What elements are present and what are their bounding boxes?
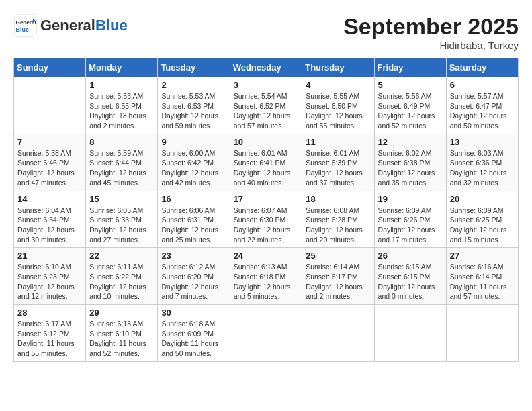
calendar-cell: 4Sunrise: 5:55 AM Sunset: 6:50 PM Daylig… (302, 77, 374, 134)
calendar-cell: 12Sunrise: 6:02 AM Sunset: 6:38 PM Dayli… (374, 134, 446, 191)
calendar-cell (302, 305, 374, 362)
day-number: 5 (378, 80, 443, 90)
logo-icon: General Blue (13, 13, 38, 38)
day-number: 6 (450, 80, 515, 90)
day-number: 16 (161, 194, 226, 204)
day-info: Sunrise: 6:18 AM Sunset: 6:09 PM Dayligh… (161, 319, 226, 359)
calendar-cell: 15Sunrise: 6:05 AM Sunset: 6:33 PM Dayli… (86, 191, 158, 248)
day-info: Sunrise: 6:01 AM Sunset: 6:39 PM Dayligh… (306, 148, 370, 188)
day-number: 1 (89, 80, 154, 90)
calendar-cell: 6Sunrise: 5:57 AM Sunset: 6:47 PM Daylig… (446, 77, 518, 134)
location: Hidirbaba, Turkey (343, 40, 519, 51)
day-info: Sunrise: 6:08 AM Sunset: 6:28 PM Dayligh… (306, 205, 370, 245)
calendar-cell: 3Sunrise: 5:54 AM Sunset: 6:52 PM Daylig… (230, 77, 302, 134)
day-info: Sunrise: 6:07 AM Sunset: 6:30 PM Dayligh… (234, 205, 299, 245)
calendar-cell: 25Sunrise: 6:14 AM Sunset: 6:17 PM Dayli… (302, 248, 374, 305)
calendar-cell: 18Sunrise: 6:08 AM Sunset: 6:28 PM Dayli… (302, 191, 374, 248)
calendar-cell: 30Sunrise: 6:18 AM Sunset: 6:09 PM Dayli… (158, 305, 230, 362)
calendar-cell (230, 305, 302, 362)
calendar-cell (14, 77, 86, 134)
day-info: Sunrise: 6:13 AM Sunset: 6:18 PM Dayligh… (234, 262, 299, 302)
calendar-cell: 19Sunrise: 6:09 AM Sunset: 6:26 PM Dayli… (374, 191, 446, 248)
day-info: Sunrise: 6:04 AM Sunset: 6:34 PM Dayligh… (17, 205, 82, 245)
day-info: Sunrise: 5:59 AM Sunset: 6:44 PM Dayligh… (89, 148, 154, 188)
day-info: Sunrise: 5:54 AM Sunset: 6:52 PM Dayligh… (234, 91, 299, 131)
calendar-header-friday: Friday (374, 58, 446, 77)
logo-blue-text: Blue (95, 17, 128, 34)
day-number: 22 (89, 250, 154, 261)
calendar-cell: 24Sunrise: 6:13 AM Sunset: 6:18 PM Dayli… (230, 248, 302, 305)
day-info: Sunrise: 5:53 AM Sunset: 6:53 PM Dayligh… (161, 91, 226, 131)
calendar-cell: 23Sunrise: 6:12 AM Sunset: 6:20 PM Dayli… (158, 248, 230, 305)
day-number: 23 (161, 250, 226, 261)
calendar-week-row: 7Sunrise: 5:58 AM Sunset: 6:46 PM Daylig… (14, 134, 519, 191)
day-info: Sunrise: 5:53 AM Sunset: 6:55 PM Dayligh… (89, 91, 154, 131)
day-number: 9 (161, 137, 226, 147)
calendar-header-saturday: Saturday (446, 58, 518, 77)
day-number: 26 (378, 250, 443, 261)
calendar-cell: 16Sunrise: 6:06 AM Sunset: 6:31 PM Dayli… (158, 191, 230, 248)
day-number: 12 (378, 137, 443, 147)
day-info: Sunrise: 6:10 AM Sunset: 6:23 PM Dayligh… (17, 262, 82, 302)
calendar-cell: 22Sunrise: 6:11 AM Sunset: 6:22 PM Dayli… (86, 248, 158, 305)
calendar-header-wednesday: Wednesday (230, 58, 302, 77)
page-header: General Blue GeneralBlue September 2025 … (13, 13, 519, 51)
day-number: 19 (378, 194, 443, 204)
calendar-header-sunday: Sunday (14, 58, 86, 77)
day-number: 28 (17, 308, 82, 318)
day-info: Sunrise: 5:58 AM Sunset: 6:46 PM Dayligh… (17, 148, 82, 188)
day-number: 20 (450, 194, 515, 204)
day-info: Sunrise: 5:55 AM Sunset: 6:50 PM Dayligh… (306, 91, 370, 131)
calendar-week-row: 28Sunrise: 6:17 AM Sunset: 6:12 PM Dayli… (14, 305, 519, 362)
day-number: 18 (306, 194, 370, 204)
day-number: 3 (234, 80, 299, 90)
day-number: 29 (89, 308, 154, 318)
day-number: 4 (306, 80, 370, 90)
day-info: Sunrise: 6:09 AM Sunset: 6:26 PM Dayligh… (378, 205, 443, 245)
day-number: 17 (234, 194, 299, 204)
day-info: Sunrise: 6:03 AM Sunset: 6:36 PM Dayligh… (450, 148, 515, 188)
day-number: 14 (17, 194, 82, 204)
calendar-cell: 5Sunrise: 5:56 AM Sunset: 6:49 PM Daylig… (374, 77, 446, 134)
day-info: Sunrise: 6:01 AM Sunset: 6:41 PM Dayligh… (234, 148, 299, 188)
day-number: 13 (450, 137, 515, 147)
calendar-cell: 2Sunrise: 5:53 AM Sunset: 6:53 PM Daylig… (158, 77, 230, 134)
day-number: 11 (306, 137, 370, 147)
calendar-cell: 17Sunrise: 6:07 AM Sunset: 6:30 PM Dayli… (230, 191, 302, 248)
calendar-week-row: 1Sunrise: 5:53 AM Sunset: 6:55 PM Daylig… (14, 77, 519, 134)
calendar-cell: 29Sunrise: 6:18 AM Sunset: 6:10 PM Dayli… (86, 305, 158, 362)
day-info: Sunrise: 6:11 AM Sunset: 6:22 PM Dayligh… (89, 262, 154, 302)
day-number: 25 (306, 250, 370, 261)
calendar: SundayMondayTuesdayWednesdayThursdayFrid… (13, 58, 519, 362)
day-info: Sunrise: 6:18 AM Sunset: 6:10 PM Dayligh… (89, 319, 154, 359)
month-title: September 2025 (343, 13, 519, 40)
calendar-header-monday: Monday (86, 58, 158, 77)
day-info: Sunrise: 5:56 AM Sunset: 6:49 PM Dayligh… (378, 91, 443, 131)
calendar-cell: 14Sunrise: 6:04 AM Sunset: 6:34 PM Dayli… (14, 191, 86, 248)
calendar-cell: 21Sunrise: 6:10 AM Sunset: 6:23 PM Dayli… (14, 248, 86, 305)
logo: General Blue GeneralBlue (13, 13, 128, 38)
day-number: 15 (89, 194, 154, 204)
day-info: Sunrise: 6:16 AM Sunset: 6:14 PM Dayligh… (450, 262, 515, 302)
day-number: 21 (17, 250, 82, 261)
calendar-cell (374, 305, 446, 362)
svg-text:Blue: Blue (16, 26, 30, 33)
calendar-cell: 26Sunrise: 6:15 AM Sunset: 6:15 PM Dayli… (374, 248, 446, 305)
calendar-cell: 9Sunrise: 6:00 AM Sunset: 6:42 PM Daylig… (158, 134, 230, 191)
logo-general-text: General (40, 17, 95, 34)
calendar-cell: 1Sunrise: 5:53 AM Sunset: 6:55 PM Daylig… (86, 77, 158, 134)
calendar-cell: 27Sunrise: 6:16 AM Sunset: 6:14 PM Dayli… (446, 248, 518, 305)
calendar-cell: 11Sunrise: 6:01 AM Sunset: 6:39 PM Dayli… (302, 134, 374, 191)
day-number: 30 (161, 308, 226, 318)
day-info: Sunrise: 6:06 AM Sunset: 6:31 PM Dayligh… (161, 205, 226, 245)
calendar-cell: 13Sunrise: 6:03 AM Sunset: 6:36 PM Dayli… (446, 134, 518, 191)
day-info: Sunrise: 6:17 AM Sunset: 6:12 PM Dayligh… (17, 319, 82, 359)
calendar-cell: 28Sunrise: 6:17 AM Sunset: 6:12 PM Dayli… (14, 305, 86, 362)
calendar-cell: 8Sunrise: 5:59 AM Sunset: 6:44 PM Daylig… (86, 134, 158, 191)
day-number: 7 (17, 137, 82, 147)
day-info: Sunrise: 6:14 AM Sunset: 6:17 PM Dayligh… (306, 262, 370, 302)
day-number: 27 (450, 250, 515, 261)
calendar-week-row: 21Sunrise: 6:10 AM Sunset: 6:23 PM Dayli… (14, 248, 519, 305)
calendar-header-tuesday: Tuesday (158, 58, 230, 77)
calendar-header-thursday: Thursday (302, 58, 374, 77)
